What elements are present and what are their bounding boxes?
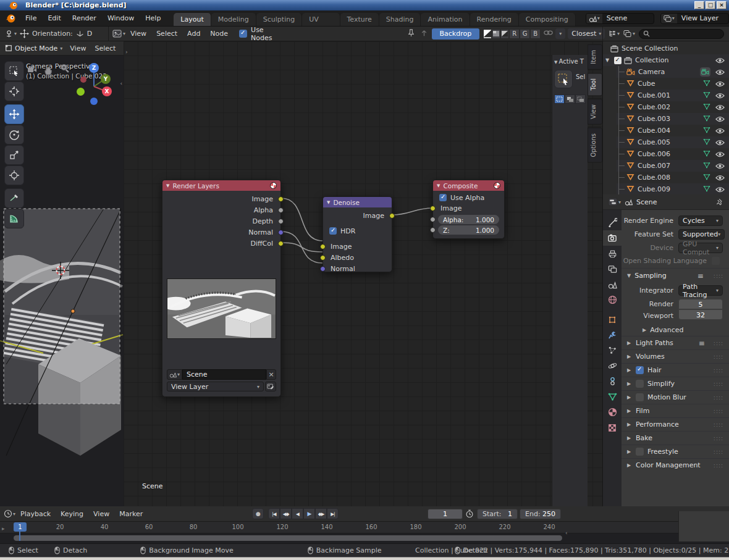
- scene-name[interactable]: Scene: [602, 14, 654, 22]
- tab-view-layer[interactable]: [603, 261, 622, 277]
- channel-button[interactable]: B: [530, 29, 541, 39]
- object-name[interactable]: Cube.004: [638, 127, 670, 135]
- move-tool[interactable]: [4, 104, 24, 124]
- outliner-item-row[interactable]: Camera: [617, 66, 729, 78]
- drag-handle-icon[interactable]: ::::: [714, 435, 723, 441]
- axis-y-neg-dot[interactable]: [77, 88, 85, 96]
- tab-material[interactable]: [603, 404, 622, 420]
- editor-type-icon[interactable]: ▾: [4, 509, 15, 518]
- menu-item[interactable]: Marker ▾: [114, 510, 148, 518]
- start-frame-field[interactable]: Start: 1: [477, 509, 518, 519]
- presets-icon[interactable]: ≡: [699, 339, 705, 348]
- tab-physics[interactable]: [603, 358, 622, 374]
- sampling-section-header[interactable]: ▼ Sampling ≡ ::::: [622, 268, 729, 283]
- eye-icon[interactable]: [715, 140, 725, 146]
- orientation-value[interactable]: D: [87, 30, 92, 38]
- object-name[interactable]: Cube: [638, 80, 655, 88]
- drag-handle-icon[interactable]: ::::: [714, 395, 723, 401]
- menu-item[interactable]: Select: [90, 44, 120, 52]
- use-alpha-checkbox[interactable]: [439, 194, 447, 201]
- property-section[interactable]: ▶ Hair ≡ ::::: [622, 363, 729, 377]
- use-preview-range-icon[interactable]: [465, 509, 474, 520]
- timeline-scrollbar[interactable]: [0, 533, 729, 543]
- transport-button[interactable]: ▶|: [327, 508, 339, 519]
- menu-item[interactable]: Select: [151, 30, 182, 38]
- outliner-item-row[interactable]: Cube.008: [617, 172, 729, 183]
- alpha-slider[interactable]: Alpha: 1.000: [438, 215, 499, 224]
- backdrop-button[interactable]: Backdrop: [432, 28, 480, 40]
- outliner-root-row[interactable]: Scene Collection: [603, 43, 729, 54]
- outliner[interactable]: Scene Collection ▼ Collection Camera: [603, 41, 729, 194]
- workspace-tab[interactable]: Shading: [379, 13, 421, 26]
- transform-tool[interactable]: [4, 165, 24, 185]
- menu-item[interactable]: Playback ▾: [15, 510, 56, 518]
- select-box-tool[interactable]: [4, 61, 24, 81]
- transport-button[interactable]: ●: [252, 508, 264, 519]
- viewport-sidebar-collapse-icon[interactable]: ‹: [120, 80, 122, 86]
- object-name[interactable]: Cube.009: [638, 185, 670, 193]
- collapse-arrow-icon[interactable]: ‹: [565, 530, 568, 536]
- output-socket[interactable]: [278, 196, 284, 202]
- outliner-item-row[interactable]: Cube.003: [617, 113, 729, 125]
- object-name[interactable]: Cube.006: [638, 150, 670, 158]
- axis-x-ball[interactable]: X: [102, 86, 112, 96]
- menu-item[interactable]: View: [65, 44, 90, 52]
- property-section[interactable]: ▶ Volumes ≡ ::::: [622, 349, 729, 363]
- minimize-button[interactable]: _: [694, 1, 704, 9]
- object-name[interactable]: Camera: [638, 68, 665, 76]
- sidebar-tab[interactable]: View: [588, 99, 602, 125]
- workspace-tab[interactable]: Rendering: [470, 13, 519, 26]
- root-label[interactable]: Scene Collection: [622, 44, 678, 52]
- tab-particles[interactable]: [603, 343, 622, 358]
- menu-item[interactable]: Edit: [42, 14, 66, 22]
- view-layer-icon[interactable]: ▾: [661, 14, 677, 23]
- zoom-icon[interactable]: [59, 63, 70, 75]
- osl-checkbox[interactable]: [712, 257, 720, 265]
- property-section[interactable]: ▶ Freestyle ≡ ::::: [622, 445, 729, 458]
- workspace-tab[interactable]: Animation: [421, 13, 470, 26]
- select-mode-subtract[interactable]: [575, 94, 586, 104]
- transport-button[interactable]: ◆▶: [315, 508, 327, 519]
- object-name[interactable]: Cube.003: [638, 115, 670, 123]
- pin-icon[interactable]: [407, 29, 415, 39]
- eye-icon[interactable]: [715, 57, 725, 64]
- panel-title[interactable]: Active T: [559, 58, 584, 65]
- render-samples-field[interactable]: 5: [678, 299, 723, 309]
- workspace-tab[interactable]: Modeling: [211, 13, 256, 26]
- expand-arrow-icon[interactable]: ▸: [2, 525, 5, 532]
- object-name[interactable]: Cube.005: [638, 138, 670, 146]
- tab-output[interactable]: [603, 246, 622, 261]
- transport-button[interactable]: |◀: [268, 508, 280, 519]
- menu-item[interactable]: Help: [140, 14, 166, 22]
- close-button[interactable]: ×: [717, 1, 727, 9]
- scene-icon[interactable]: ▾: [586, 14, 602, 23]
- outliner-collection-row[interactable]: ▼ Collection: [603, 54, 729, 66]
- outliner-item-row[interactable]: Cube.002: [617, 101, 729, 113]
- property-section[interactable]: ▶ Film ≡ ::::: [622, 404, 729, 417]
- pin-icon[interactable]: [716, 198, 724, 206]
- workspace-tab[interactable]: UV Editing: [302, 13, 340, 26]
- input-socket[interactable]: [320, 255, 326, 261]
- object-name[interactable]: Cube.007: [638, 162, 670, 170]
- menu-item[interactable]: Render: [67, 14, 102, 22]
- end-frame-field[interactable]: End: 250: [520, 509, 561, 519]
- outliner-item-row[interactable]: Cube.007: [617, 160, 729, 172]
- scene-selector[interactable]: ▾ Scene ×: [586, 13, 654, 24]
- property-section[interactable]: ▶ Motion Blur ≡ ::::: [622, 390, 729, 404]
- mode-dropdown[interactable]: Object Mode ▾: [3, 44, 64, 52]
- eye-icon[interactable]: [715, 186, 725, 193]
- section-checkbox[interactable]: [636, 448, 644, 456]
- move-gizmo-icon[interactable]: [20, 29, 29, 38]
- transport-button[interactable]: ◀: [292, 508, 303, 519]
- maximize-button[interactable]: □: [706, 1, 715, 9]
- tab-active-tool[interactable]: [603, 215, 622, 230]
- eye-icon[interactable]: [715, 151, 725, 157]
- editor-type-icon[interactable]: ▾: [112, 30, 125, 38]
- property-section[interactable]: ▶ Simplify ≡ ::::: [622, 377, 729, 390]
- search-input[interactable]: [639, 29, 724, 39]
- compositor-node-editor[interactable]: › ▼ Render Layers Image: [124, 41, 602, 506]
- close-icon[interactable]: ×: [266, 369, 276, 380]
- sidebar-tab[interactable]: Tool: [588, 73, 602, 96]
- input-socket[interactable]: [320, 244, 326, 249]
- drag-handle-icon[interactable]: ::::: [714, 462, 723, 469]
